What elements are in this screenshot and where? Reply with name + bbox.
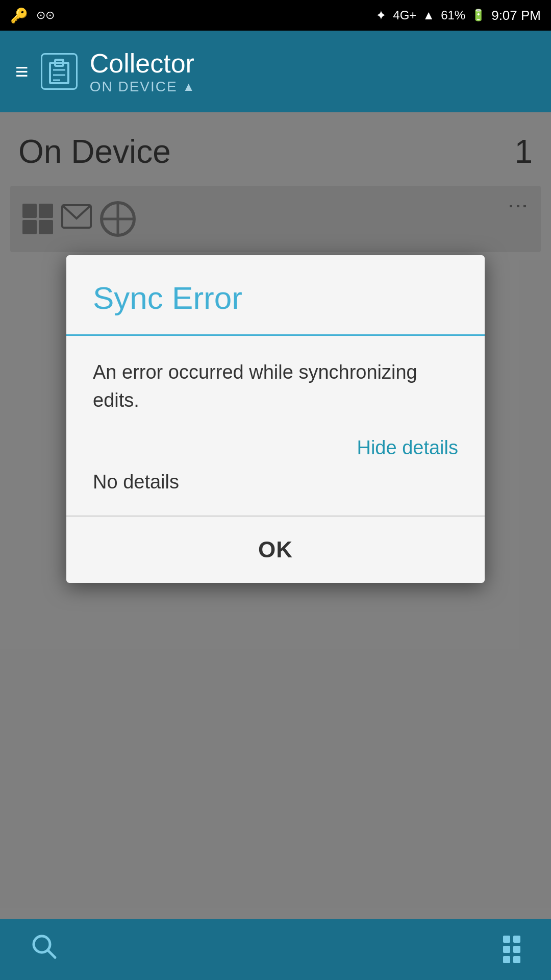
dialog-title-section: Sync Error bbox=[66, 255, 485, 336]
dialog-details-toggle: Hide details bbox=[66, 425, 485, 459]
dialog-overlay: Sync Error An error occurred while synch… bbox=[0, 112, 551, 919]
header-subtitle: ON DEVICE ▲ bbox=[90, 79, 196, 95]
network-indicator: 4G+ bbox=[393, 8, 416, 22]
signal-icon: ▲ bbox=[422, 8, 435, 22]
grid-menu-icon[interactable] bbox=[503, 936, 520, 963]
status-bar-left: 🔑 ⊙⊙ bbox=[10, 7, 55, 24]
dialog-ok-button[interactable]: OK bbox=[93, 537, 458, 562]
time-display: 9:07 PM bbox=[491, 8, 541, 23]
voicemail-icon: ⊙⊙ bbox=[36, 9, 55, 22]
search-icon[interactable] bbox=[31, 933, 57, 966]
status-bar-right: ✦ 4G+ ▲ 61% 🔋 9:07 PM bbox=[375, 8, 541, 23]
app-title: Collector bbox=[90, 48, 196, 79]
header-text: Collector ON DEVICE ▲ bbox=[90, 48, 196, 95]
svg-line-7 bbox=[48, 950, 55, 958]
battery-text: 61% bbox=[441, 8, 465, 22]
dialog-title: Sync Error bbox=[93, 280, 242, 315]
dialog-details-section: No details bbox=[66, 459, 485, 517]
hamburger-menu-icon[interactable]: ≡ bbox=[15, 59, 29, 84]
subtitle-arrow: ▲ bbox=[183, 80, 196, 94]
app-header: ≡ Collector ON DEVICE ▲ bbox=[0, 31, 551, 112]
hide-details-button[interactable]: Hide details bbox=[357, 437, 458, 459]
dialog-actions: OK bbox=[66, 517, 485, 583]
key-icon: 🔑 bbox=[10, 7, 28, 24]
main-content: On Device 1 ⋮ Sync Error bbox=[0, 112, 551, 919]
dialog-message: An error occurred while synchronizing ed… bbox=[93, 361, 417, 411]
bluetooth-icon: ✦ bbox=[375, 8, 387, 23]
bottom-navigation bbox=[0, 919, 551, 980]
status-bar: 🔑 ⊙⊙ ✦ 4G+ ▲ 61% 🔋 9:07 PM bbox=[0, 0, 551, 31]
battery-icon: 🔋 bbox=[471, 9, 485, 22]
subtitle-text: ON DEVICE bbox=[90, 79, 178, 95]
dialog-body: An error occurred while synchronizing ed… bbox=[66, 336, 485, 425]
dialog-details-text: No details bbox=[93, 471, 179, 493]
clipboard-icon bbox=[41, 53, 78, 90]
sync-error-dialog: Sync Error An error occurred while synch… bbox=[66, 255, 485, 583]
